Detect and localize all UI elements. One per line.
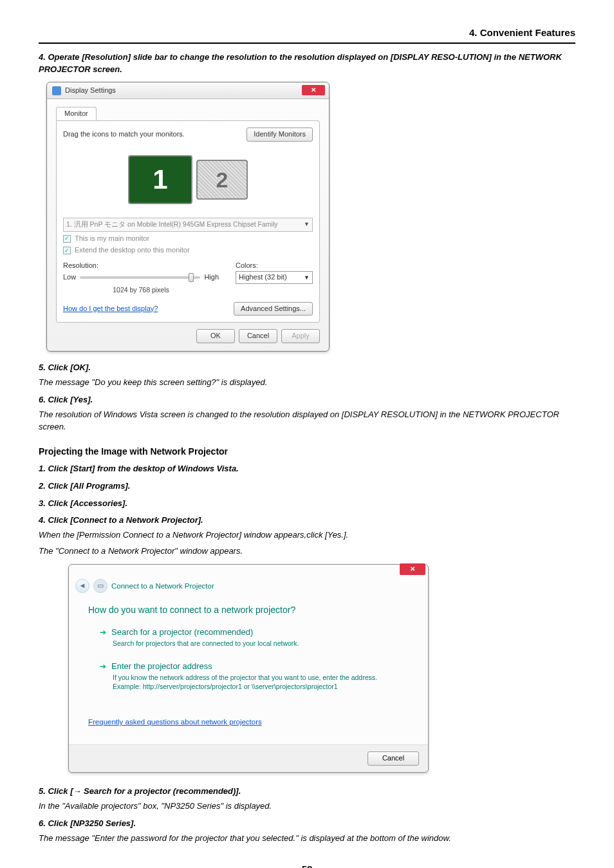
slider-thumb[interactable] [189, 273, 194, 282]
step-text: Operate [Resolution] slide bar to change… [39, 52, 562, 74]
colors-select[interactable]: Highest (32 bit) ▼ [236, 271, 313, 284]
monitor-panel: Drag the icons to match your monitors. I… [56, 120, 320, 323]
option-enter-address[interactable]: ➔ Enter the projector address If you kno… [100, 661, 409, 691]
cancel-button[interactable]: Cancel [367, 751, 419, 766]
back-icon[interactable]: ◄ [75, 579, 89, 593]
arrow-right-icon: ➔ [100, 627, 106, 638]
dialog-titlebar: ✕ [69, 565, 428, 576]
monitor-arrangement[interactable]: 1 2 [63, 151, 313, 209]
colors-group: Colors: Highest (32 bit) ▼ [236, 261, 313, 295]
step-text: Click [NP3250 Series]. [48, 818, 136, 828]
lower-step-6: 6. Click [NP3250 Series]. [39, 818, 575, 830]
display-select[interactable]: 1. 汎用 PnP モニタ on Mobile Intel(R) 945GM E… [63, 218, 313, 231]
step-text: Click [All Programs]. [48, 481, 130, 491]
proj-step-3: 3. Click [Accessories]. [39, 498, 575, 510]
resolution-slider[interactable]: Low High [63, 272, 219, 283]
proj-step-4: 4. Click [Connect to a Network Projector… [39, 514, 575, 527]
projector-icon: ▭ [93, 579, 107, 593]
step-num: 4. [39, 515, 46, 525]
close-icon[interactable]: ✕ [400, 563, 425, 575]
step-text: Click [Accessories]. [48, 498, 127, 508]
lower-step-5-body: In the "Available projectors" box, "NP32… [39, 800, 575, 813]
dialog-body: Monitor Drag the icons to match your mon… [47, 99, 329, 351]
chevron-down-icon: ▼ [304, 220, 310, 229]
monitor-1-icon[interactable]: 1 [128, 155, 192, 204]
chevron-down-icon: ▼ [304, 274, 310, 282]
monitor-2-icon[interactable]: 2 [196, 160, 248, 200]
question-heading: How do you want to connect to a network … [88, 603, 409, 616]
faq-link[interactable]: Frequently asked questions about network… [88, 718, 262, 726]
identify-monitors-button[interactable]: Identify Monitors [247, 127, 313, 142]
tab-monitor[interactable]: Monitor [56, 107, 97, 120]
step-num: 1. [39, 464, 46, 473]
dialog-footer: OK Cancel Apply [56, 329, 320, 343]
proj-step-4-body2: The "Connect to a Network Projector" win… [39, 545, 575, 558]
step-text: Click [Connect to a Network Projector]. [48, 515, 203, 525]
extend-desktop-checkbox[interactable]: ✓ Extend the desktop onto this monitor [63, 245, 313, 256]
lower-step-5: 5. Click [→ Search for a projector (reco… [39, 786, 575, 798]
resolution-label: Resolution: [63, 261, 219, 271]
step-text: Click [Yes]. [48, 395, 93, 404]
step-text: Click [Start] from the desktop of Window… [48, 464, 238, 473]
app-icon [52, 86, 61, 95]
resolution-group: Resolution: Low High 1024 by 768 pixels [63, 261, 219, 295]
close-icon[interactable]: ✕ [302, 85, 325, 95]
option-search[interactable]: ➔ Search for a projector (recommended) S… [100, 627, 409, 648]
proj-step-1: 1. Click [Start] from the desktop of Win… [39, 463, 575, 475]
option-desc-line2: Example: http://server/projectors/projec… [113, 682, 409, 691]
resolution-value: 1024 by 768 pixels [63, 285, 219, 295]
step-6: 6. Click [Yes]. [39, 394, 575, 406]
step-text: Click [→ Search for a projector (recomme… [48, 786, 241, 796]
checkbox-icon: ✓ [63, 247, 71, 254]
lower-step-6-body: The message "Enter the password for the … [39, 833, 575, 845]
network-projector-dialog: ✕ ◄ ▭ Connect to a Network Projector How… [68, 564, 429, 773]
breadcrumb: ◄ ▭ Connect to a Network Projector [69, 576, 428, 596]
step-num: 4. [39, 52, 46, 62]
step-num: 2. [39, 481, 46, 491]
step-num: 5. [39, 786, 46, 796]
option-title: Search for a projector (recommended) [111, 627, 253, 639]
dialog-body: How do you want to connect to a network … [69, 596, 428, 744]
main-monitor-label: This is my main monitor [75, 234, 149, 244]
page-number: 58 [39, 862, 575, 868]
step-4: 4. Operate [Resolution] slide bar to cha… [39, 52, 575, 76]
checkbox-icon: ✓ [63, 235, 71, 243]
option-desc: Search for projectors that are connected… [113, 639, 409, 648]
best-display-link[interactable]: How do I get the best display? [63, 304, 158, 314]
main-monitor-checkbox[interactable]: ✓ This is my main monitor [63, 234, 313, 244]
breadcrumb-title: Connect to a Network Projector [111, 581, 214, 592]
step-num: 5. [39, 363, 46, 372]
step-5: 5. Click [OK]. [39, 362, 575, 374]
drag-hint: Drag the icons to match your monitors. [63, 129, 185, 140]
step-6-body: The resolution of Windows Vista screen i… [39, 409, 575, 433]
step-num: 6. [39, 818, 46, 828]
subheading: Projecting the Image with Network Projec… [39, 445, 575, 458]
step-num: 6. [39, 395, 46, 404]
display-settings-dialog: Display Settings ✕ Monitor Drag the icon… [46, 82, 330, 352]
dialog-titlebar: Display Settings ✕ [47, 82, 329, 99]
step-5-body: The message "Do you keep this screen set… [39, 377, 575, 389]
proj-step-4-body1: When the [Permission Connect to a Networ… [39, 529, 575, 542]
cancel-button[interactable]: Cancel [239, 329, 277, 343]
arrow-right-icon: ➔ [100, 661, 106, 672]
slider-low-label: Low [63, 272, 76, 283]
colors-value: Highest (32 bit) [239, 272, 287, 283]
step-text: Click [OK]. [48, 363, 90, 372]
apply-button[interactable]: Apply [281, 329, 320, 343]
dialog-footer: Cancel [69, 744, 428, 772]
ok-button[interactable]: OK [196, 329, 235, 343]
slider-high-label: High [204, 272, 219, 283]
slider-track[interactable] [80, 276, 200, 279]
proj-step-2: 2. Click [All Programs]. [39, 480, 575, 493]
extend-desktop-label: Extend the desktop onto this monitor [75, 245, 190, 256]
section-header: 4. Convenient Features [39, 26, 575, 44]
display-select-value: 1. 汎用 PnP モニタ on Mobile Intel(R) 945GM E… [66, 220, 278, 229]
dialog-title: Display Settings [65, 86, 116, 96]
step-num: 3. [39, 498, 46, 508]
advanced-settings-button[interactable]: Advanced Settings... [234, 302, 313, 316]
colors-label: Colors: [236, 261, 313, 271]
option-title: Enter the projector address [111, 661, 212, 673]
option-desc-line1: If you know the network address of the p… [113, 673, 409, 682]
